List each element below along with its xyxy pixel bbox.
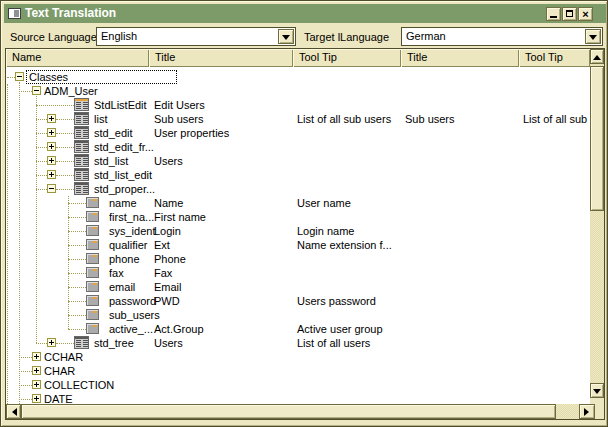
tree-row-std-edit-fr-[interactable]: std_edit_fr... bbox=[6, 140, 590, 154]
row-name-label: sub_users bbox=[109, 308, 229, 322]
tree-connector-line bbox=[19, 82, 20, 404]
tree-connector-line bbox=[68, 217, 86, 218]
title-bar[interactable]: Text Translation × bbox=[4, 4, 606, 23]
form-icon bbox=[74, 154, 89, 167]
expand-plus-icon[interactable] bbox=[32, 352, 41, 361]
row-name-label: std_proper... bbox=[94, 182, 214, 196]
field-icon bbox=[86, 197, 99, 208]
row-title-value: First name bbox=[154, 210, 292, 224]
tree-row-std-tree[interactable]: std_treeUsersList of all users bbox=[6, 336, 590, 350]
minimize-icon bbox=[550, 16, 557, 18]
close-button[interactable]: × bbox=[578, 7, 593, 21]
text-translation-window: Text Translation × Source Language Engli… bbox=[0, 0, 608, 427]
minimize-button[interactable] bbox=[546, 7, 561, 21]
tree-connector-line bbox=[68, 301, 86, 302]
column-header-tool-tip-4[interactable]: Tool Tip bbox=[519, 49, 590, 67]
row-name-label: std_edit_fr... bbox=[94, 140, 214, 154]
expand-plus-icon[interactable] bbox=[47, 338, 56, 347]
vertical-scroll-thumb[interactable] bbox=[590, 66, 604, 211]
source-language-dropdown-button[interactable] bbox=[278, 29, 294, 44]
tree-row-first-na-[interactable]: first_na...First name bbox=[6, 210, 590, 224]
target-language-dropdown-button[interactable] bbox=[585, 29, 601, 44]
tree-connector-line bbox=[68, 259, 86, 260]
expand-plus-icon[interactable] bbox=[47, 114, 56, 123]
row-title2-value: Sub users bbox=[405, 112, 519, 126]
tree-row-std-list-edit[interactable]: std_list_edit bbox=[6, 168, 590, 182]
maximize-button[interactable] bbox=[562, 7, 577, 21]
form-icon bbox=[74, 168, 89, 181]
tree-content[interactable]: ClassesADM_UserStdListEditEdit Userslist… bbox=[6, 67, 590, 404]
tree-row-list[interactable]: listSub usersList of all sub usersSub us… bbox=[6, 112, 590, 126]
expand-plus-icon[interactable] bbox=[47, 170, 56, 179]
tree-row-date[interactable]: DATE bbox=[6, 392, 590, 404]
row-title-value: Phone bbox=[154, 252, 292, 266]
row-title-value: Sub users bbox=[154, 112, 292, 126]
tree-row-std-edit[interactable]: std_editUser properties bbox=[6, 126, 590, 140]
scroll-up-button[interactable] bbox=[590, 49, 604, 64]
source-language-label: Source Language bbox=[10, 30, 97, 44]
tree-connector-line bbox=[7, 84, 8, 404]
column-header-tool-tip-2[interactable]: Tool Tip bbox=[293, 49, 401, 67]
expand-plus-icon[interactable] bbox=[32, 366, 41, 375]
maximize-icon bbox=[566, 10, 573, 17]
scroll-down-button[interactable] bbox=[590, 383, 604, 398]
scroll-left-button[interactable] bbox=[6, 404, 21, 419]
tree-row-classes[interactable]: Classes bbox=[6, 70, 590, 84]
field-icon bbox=[86, 225, 99, 236]
expand-plus-icon[interactable] bbox=[32, 394, 41, 403]
tree-connector-line bbox=[19, 91, 32, 92]
scroll-right-button[interactable] bbox=[579, 404, 595, 419]
tree-row-cchar[interactable]: CCHAR bbox=[6, 350, 590, 364]
source-language-value: English bbox=[101, 29, 137, 44]
tree-connector-line bbox=[19, 357, 32, 358]
chevron-down-icon bbox=[282, 35, 290, 40]
form-icon bbox=[74, 126, 89, 139]
expand-plus-icon[interactable] bbox=[32, 380, 41, 389]
target-language-label: Target lLanguage bbox=[304, 30, 389, 44]
tree-connector-line bbox=[68, 245, 86, 246]
column-header-title-3[interactable]: Title bbox=[401, 49, 519, 67]
tree-row-char[interactable]: CHAR bbox=[6, 364, 590, 378]
tree-row-sub-users[interactable]: sub_users bbox=[6, 308, 590, 322]
table-header: NameTitleTool TipTitleTool Tip bbox=[6, 49, 590, 67]
column-header-title-1[interactable]: Title bbox=[149, 49, 293, 67]
tree-row-active-[interactable]: active_...Act.GroupActive user group bbox=[6, 322, 590, 336]
tree-row-adm-user[interactable]: ADM_User bbox=[6, 84, 590, 98]
row-tooltip-value: Users password bbox=[297, 294, 401, 308]
tree-row-std-proper-[interactable]: std_proper... bbox=[6, 182, 590, 196]
row-title-value: Edit Users bbox=[154, 98, 292, 112]
row-title-value: Users bbox=[154, 154, 292, 168]
tree-connector-line bbox=[36, 147, 47, 148]
row-tooltip-value: Login name bbox=[297, 224, 401, 238]
tree-row-password[interactable]: passwordPWDUsers password bbox=[6, 294, 590, 308]
tree-row-qualifier[interactable]: qualifierExtName extension f... bbox=[6, 238, 590, 252]
tree-row-email[interactable]: emailEmail bbox=[6, 280, 590, 294]
tree-connector-line bbox=[36, 343, 47, 344]
source-language-select[interactable]: English bbox=[96, 27, 296, 46]
collapse-minus-icon[interactable] bbox=[47, 184, 56, 193]
expand-plus-icon[interactable] bbox=[47, 128, 56, 137]
tree-row-std-list[interactable]: std_listUsers bbox=[6, 154, 590, 168]
tree-connector-line bbox=[56, 147, 74, 148]
tree-row-phone[interactable]: phonePhone bbox=[6, 252, 590, 266]
tree-row-collection[interactable]: COLLECTION bbox=[6, 378, 590, 392]
target-language-select[interactable]: German bbox=[401, 27, 603, 46]
tree-connector-line bbox=[56, 189, 74, 190]
column-header-name-0[interactable]: Name bbox=[6, 49, 149, 67]
field-icon bbox=[86, 253, 99, 264]
horizontal-scroll-thumb[interactable] bbox=[21, 404, 556, 419]
expand-plus-icon[interactable] bbox=[47, 142, 56, 151]
tree-row-name[interactable]: nameNameUser name bbox=[6, 196, 590, 210]
tree-connector-line bbox=[36, 175, 47, 176]
expand-plus-icon[interactable] bbox=[47, 156, 56, 165]
tree-connector-line bbox=[68, 287, 86, 288]
row-title-value: Users bbox=[154, 336, 292, 350]
row-name-label: Classes bbox=[29, 70, 149, 84]
tree-row-stdlistedit[interactable]: StdListEditEdit Users bbox=[6, 98, 590, 112]
horizontal-scroll-track[interactable] bbox=[556, 404, 579, 419]
tree-row-fax[interactable]: faxFax bbox=[6, 266, 590, 280]
collapse-minus-icon[interactable] bbox=[15, 72, 24, 81]
form-icon bbox=[74, 336, 89, 349]
tree-row-sys-ident[interactable]: sys_identLoginLogin name bbox=[6, 224, 590, 238]
collapse-minus-icon[interactable] bbox=[32, 86, 41, 95]
